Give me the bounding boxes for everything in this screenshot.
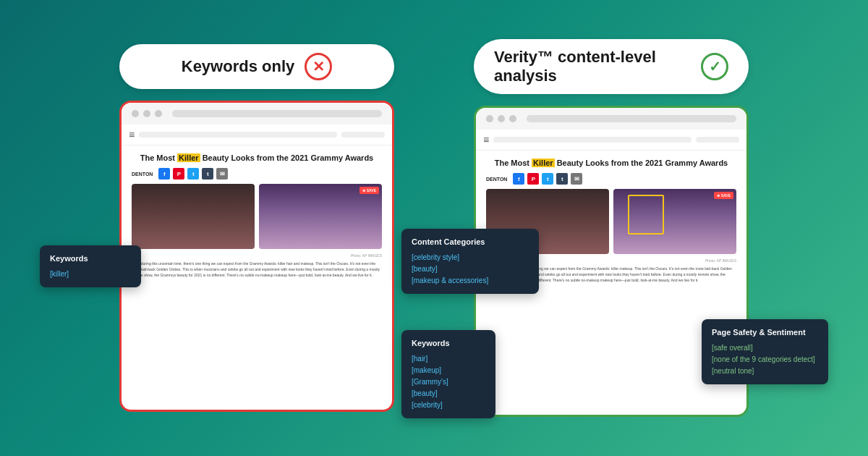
x-badge: ✕ — [305, 53, 332, 80]
nav-line — [139, 132, 337, 138]
img2-left: ⊕SAVE — [259, 184, 382, 249]
pt-btn: P — [173, 168, 184, 180]
right-panel-header: Verity™ content-level analysis ✓ — [474, 39, 749, 94]
right-panel-wrapper: ≡ The Most Killer Beauty Looks from the … — [474, 106, 749, 417]
browser-bar-left — [122, 103, 392, 124]
left-panel-header: Keywords only ✕ — [119, 44, 394, 89]
killer-word: Killer — [177, 153, 200, 162]
safety-tooltip: Page Safety & Sentiment [safe overall] [… — [702, 319, 828, 384]
url-bar-left — [172, 110, 382, 117]
right-panel: Verity™ content-level analysis ✓ ≡ — [445, 39, 778, 417]
save-badge-left: ⊕SAVE — [359, 187, 379, 194]
left-panel-title: Keywords only — [182, 57, 294, 76]
dot3r — [509, 115, 516, 122]
keywords-tooltip-right: Keywords [hair] [makeup] [Grammy's] [bea… — [401, 330, 495, 418]
dot1 — [132, 110, 139, 117]
dot1r — [486, 115, 493, 122]
browser-nav-left: ≡ — [122, 124, 392, 145]
nav-line-right — [493, 137, 692, 143]
browser-nav-right: ≡ — [476, 130, 746, 151]
right-panel-title: Verity™ content-level analysis — [494, 48, 691, 85]
img2-right: ⊕SAVE — [613, 189, 736, 254]
dot2r — [498, 115, 505, 122]
em-btn-r: ✉ — [571, 173, 582, 185]
pt-btn-r: P — [527, 173, 539, 185]
right-article-title: The Most Killer Beauty Looks from the 20… — [486, 158, 736, 169]
fb-btn: f — [158, 168, 170, 180]
face-detection-box — [628, 195, 664, 235]
keywords-tooltip-left: Keywords [killer] — [40, 245, 141, 287]
img-dark-left — [132, 184, 255, 249]
left-article-title: The Most Killer Beauty Looks from the 20… — [132, 153, 382, 164]
social-bar-right: DENTON f P t t ✉ — [486, 173, 736, 185]
photo-credit-left: Photo: AP IMAGES — [132, 253, 382, 258]
img1-left — [132, 184, 255, 249]
killer-word-right: Killer — [532, 159, 555, 167]
images-row-left: ⊕SAVE — [132, 184, 382, 249]
save-badge-right: ⊕SAVE — [714, 192, 733, 199]
fb-btn-r: f — [513, 173, 524, 185]
em-btn: ✉ — [216, 168, 228, 180]
hamburger-icon-right: ≡ — [483, 134, 489, 145]
tw-btn-r: t — [542, 173, 553, 185]
browser-bar-right — [476, 108, 746, 130]
tm-btn-r: t — [556, 173, 568, 185]
categories-tooltip: Content Categories [celebrity style] [be… — [401, 229, 539, 294]
dot2 — [143, 110, 150, 117]
url-bar-right — [527, 115, 736, 122]
left-panel: Keywords only ✕ ≡ The Most Killer B — [90, 44, 423, 412]
left-panel-wrapper: ≡ The Most Killer Beauty Looks from the … — [119, 101, 394, 412]
nav-line-short-right — [696, 137, 739, 143]
hamburger-icon: ≡ — [129, 129, 135, 140]
left-browser-content: The Most Killer Beauty Looks from the 20… — [122, 145, 392, 285]
check-badge: ✓ — [701, 53, 728, 80]
tw-btn: t — [187, 168, 199, 180]
social-bar-left: DENTON f P t t ✉ — [132, 168, 382, 180]
nav-line-short — [341, 132, 385, 138]
dot3 — [155, 110, 162, 117]
tm-btn: t — [202, 168, 213, 180]
left-browser-card: ≡ The Most Killer Beauty Looks from the … — [119, 101, 394, 412]
body-text-left: Even during this uncertain time, there's… — [132, 261, 382, 278]
